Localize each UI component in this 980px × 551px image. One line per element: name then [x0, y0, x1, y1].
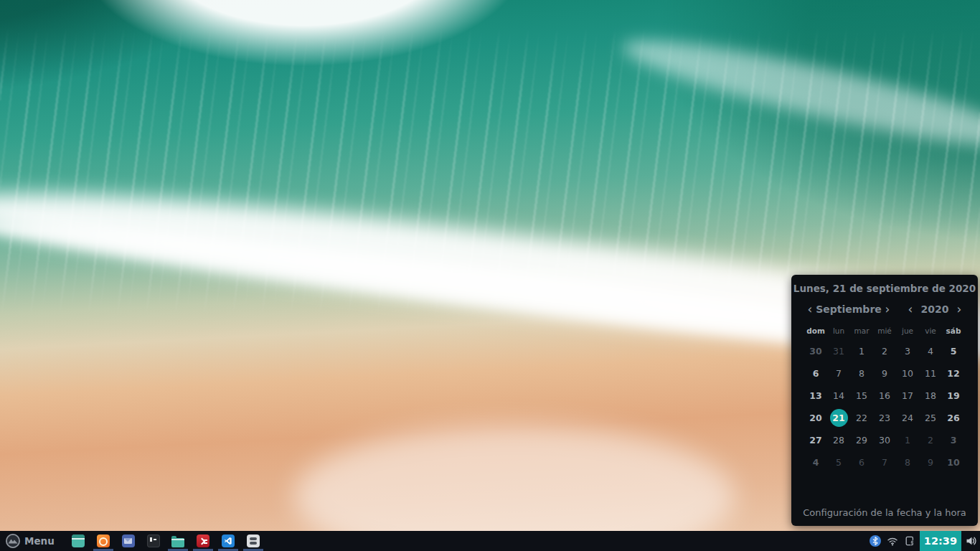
calendar-day-3[interactable]: 3	[896, 340, 919, 362]
calendar-day-6-adjacent[interactable]: 6	[850, 451, 873, 474]
wallpaper-beach-foam	[294, 425, 735, 531]
system-tray: 12:39	[867, 531, 980, 551]
mail-icon	[122, 534, 135, 547]
calendar-day-12[interactable]: 12	[942, 362, 965, 385]
calendar-day-13[interactable]: 13	[804, 385, 827, 407]
year-label: 2020	[916, 303, 953, 315]
calendar-day-16[interactable]: 16	[873, 385, 896, 407]
calendar-day-7[interactable]: 7	[827, 362, 850, 385]
prev-year-button[interactable]: ‹	[905, 303, 916, 315]
calendar-day-1[interactable]: 1	[850, 340, 873, 362]
calendar-day-5-adjacent[interactable]: 5	[827, 451, 850, 474]
window-icon	[72, 534, 85, 547]
calendar-day-9[interactable]: 9	[873, 362, 896, 385]
calendar-day-1-adjacent[interactable]: 1	[896, 429, 919, 451]
datetime-settings-link[interactable]: Configuración de la fecha y la hora	[791, 507, 978, 518]
launcher-root-terminal[interactable]	[192, 531, 214, 551]
calendar-day-27[interactable]: 27	[804, 429, 827, 451]
calendar-day-26[interactable]: 26	[942, 407, 965, 429]
calendar-nav: ‹ Septiembre › ‹ 2020 ›	[804, 303, 965, 315]
stacked-windows-icon	[247, 534, 260, 547]
firefox-icon	[97, 534, 110, 547]
calendar-day-5[interactable]: 5	[942, 340, 965, 362]
battery-icon[interactable]	[904, 535, 915, 547]
day-header-dom: dom	[804, 326, 827, 335]
calendar-day-25[interactable]: 25	[919, 407, 942, 429]
month-label: Septiembre	[816, 303, 882, 315]
next-month-button[interactable]: ›	[882, 303, 893, 315]
calendar-day-18[interactable]: 18	[919, 385, 942, 407]
calendar-day-7-adjacent[interactable]: 7	[873, 451, 896, 474]
day-header-mié: mié	[873, 326, 896, 335]
calendar-day-headers: domlunmarmiéjueviesáb	[791, 326, 978, 335]
calendar-day-2[interactable]: 2	[873, 340, 896, 362]
volume-icon[interactable]	[966, 535, 977, 547]
menu-button[interactable]: Menu	[0, 531, 59, 551]
calendar-day-30[interactable]: 30	[873, 429, 896, 451]
calendar-day-14[interactable]: 14	[827, 385, 850, 407]
prev-month-button[interactable]: ‹	[804, 303, 816, 315]
day-header-jue: jue	[896, 326, 919, 335]
menu-label: Menu	[24, 535, 55, 547]
next-year-button[interactable]: ›	[953, 303, 965, 315]
calendar-day-4-adjacent[interactable]: 4	[804, 451, 827, 474]
launcher-file-manager[interactable]	[167, 531, 189, 551]
calendar-date-title: Lunes, 21 de septiembre de 2020	[791, 283, 978, 294]
calendar-day-6[interactable]: 6	[804, 362, 827, 385]
clock-applet[interactable]: 12:39	[920, 531, 961, 551]
bluetooth-icon[interactable]	[870, 535, 881, 547]
calendar-day-3-adjacent[interactable]: 3	[942, 429, 965, 451]
calendar-day-4[interactable]: 4	[919, 340, 942, 362]
launcher-show-desktop[interactable]	[67, 531, 89, 551]
calendar-day-22[interactable]: 22	[850, 407, 873, 429]
launcher-terminal[interactable]	[143, 531, 164, 551]
calendar-day-28[interactable]: 28	[827, 429, 850, 451]
day-header-mar: mar	[850, 326, 873, 335]
calendar-day-17[interactable]: 17	[896, 385, 919, 407]
vscode-icon	[222, 534, 235, 547]
launcher-firefox[interactable]	[93, 531, 114, 551]
calendar-day-23[interactable]: 23	[873, 407, 896, 429]
calendar-grid: 3031123456789101112131415161718192021222…	[791, 340, 978, 474]
launcher-software-manager[interactable]	[242, 531, 264, 551]
calendar-day-30-adjacent[interactable]: 30	[804, 340, 827, 362]
calendar-day-11[interactable]: 11	[919, 362, 942, 385]
calendar-day-8[interactable]: 8	[850, 362, 873, 385]
calendar-day-10-adjacent[interactable]: 10	[942, 451, 965, 474]
calendar-day-8-adjacent[interactable]: 8	[896, 451, 919, 474]
calendar-day-31-adjacent[interactable]: 31	[827, 340, 850, 362]
terminal-red-icon	[197, 534, 209, 547]
day-header-sáb: sáb	[942, 326, 965, 335]
launcher-vscode[interactable]	[217, 531, 239, 551]
day-header-lun: lun	[827, 326, 850, 335]
calendar-day-24[interactable]: 24	[896, 407, 919, 429]
desktop: Lunes, 21 de septiembre de 2020 ‹ Septie…	[0, 0, 980, 551]
calendar-day-29[interactable]: 29	[850, 429, 873, 451]
calendar-day-19[interactable]: 19	[942, 385, 965, 407]
day-header-vie: vie	[919, 326, 942, 335]
wifi-icon[interactable]	[887, 535, 898, 547]
calendar-day-15[interactable]: 15	[850, 385, 873, 407]
terminal-icon	[147, 534, 160, 547]
calendar-day-2-adjacent[interactable]: 2	[919, 429, 942, 451]
folder-icon	[171, 538, 184, 547]
calendar-day-21[interactable]: 21	[827, 407, 850, 429]
app-launchers	[66, 531, 265, 551]
calendar-day-10[interactable]: 10	[896, 362, 919, 385]
distro-logo-icon	[6, 534, 20, 548]
taskbar: Menu	[0, 531, 980, 551]
calendar-day-20[interactable]: 20	[804, 407, 827, 429]
calendar-day-9-adjacent[interactable]: 9	[919, 451, 942, 474]
calendar-popup: Lunes, 21 de septiembre de 2020 ‹ Septie…	[791, 275, 978, 526]
launcher-mail-client[interactable]	[118, 531, 139, 551]
